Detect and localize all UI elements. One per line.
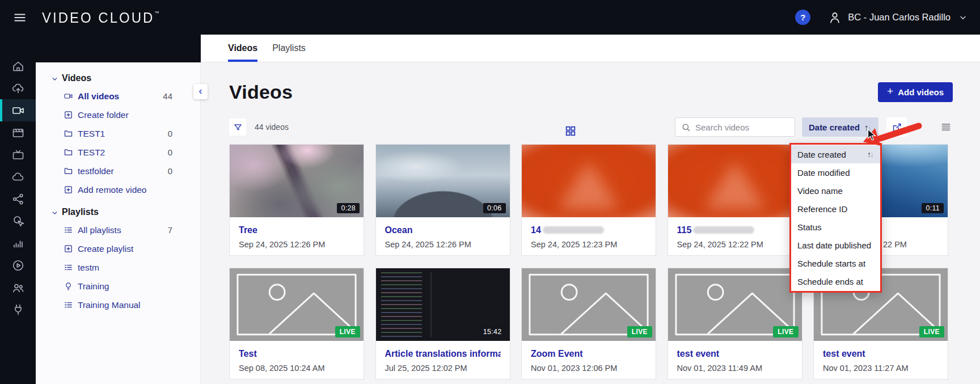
video-title-text: 115 — [677, 225, 692, 235]
sort-button[interactable]: Date created ↑↓ — [802, 117, 878, 137]
export-button[interactable] — [886, 117, 907, 137]
grid-view-button[interactable] — [917, 124, 931, 138]
item-count: 0 — [168, 129, 172, 138]
video-card[interactable]: LIVEtest eventNov 01, 2023 11:49 AM — [668, 268, 802, 379]
list-view-button[interactable] — [939, 120, 953, 134]
sort-option-reference-id[interactable]: Reference ID — [791, 200, 880, 218]
video-title[interactable]: 14 — [531, 225, 647, 235]
folder-icon — [64, 129, 73, 138]
rail-item-interactivity[interactable] — [0, 210, 36, 232]
sort-option-status[interactable]: Status — [791, 218, 880, 236]
video-title[interactable]: Tree — [239, 225, 354, 235]
video-title[interactable]: Ocean — [385, 225, 501, 235]
sidebar-item-training[interactable]: Training — [36, 277, 200, 296]
video-camera-icon — [64, 91, 73, 101]
rail-item-clapperboard[interactable] — [0, 121, 36, 144]
video-card[interactable]: 14Sep 24, 2025 12:23 PM — [521, 144, 656, 256]
search-input[interactable] — [695, 123, 789, 132]
rail-item-cloud-upload[interactable] — [0, 77, 36, 99]
rail-item-cloud[interactable] — [0, 166, 36, 188]
folder-icon — [64, 166, 73, 176]
hamburger-menu-icon[interactable] — [12, 10, 27, 25]
rail-item-home[interactable] — [0, 55, 36, 77]
video-title[interactable]: Test — [239, 348, 354, 359]
rail-item-play-circle[interactable] — [0, 254, 36, 276]
video-title[interactable]: Zoom Event — [531, 348, 647, 359]
rail-item-analytics-bars[interactable] — [0, 232, 36, 254]
sort-option-schedule-starts-at[interactable]: Schedule starts at — [791, 254, 880, 272]
video-card[interactable]: LIVEZoom EventNov 01, 2023 12:06 PM — [521, 268, 656, 379]
playlist-icon — [64, 263, 73, 272]
video-card[interactable]: 15:42Article translations informal trJul… — [375, 268, 510, 379]
sidebar-item-training-manual[interactable]: Training Manual — [36, 296, 200, 314]
video-thumbnail[interactable]: 0:06 — [376, 145, 510, 217]
video-title[interactable]: Article translations informal tr — [385, 348, 501, 359]
rail-item-share-nodes[interactable] — [0, 188, 36, 210]
video-title[interactable]: test event — [823, 348, 939, 359]
video-thumbnail[interactable]: 0:28 — [230, 145, 364, 217]
video-date: Sep 24, 2025 12:22 PM — [677, 240, 793, 249]
user-menu-chevron-icon[interactable] — [958, 13, 968, 22]
video-title[interactable]: 115 — [677, 225, 793, 235]
video-thumbnail[interactable] — [668, 145, 802, 217]
video-card[interactable]: 0:28TreeSep 24, 2025 12:26 PM — [229, 144, 364, 256]
rail-item-video-camera[interactable] — [0, 99, 36, 121]
rail-item-plug[interactable] — [0, 298, 36, 320]
cloud-icon — [11, 170, 25, 184]
rail-item-tv[interactable] — [0, 144, 36, 166]
duration-badge: 15:42 — [479, 327, 506, 337]
sidebar-item-create-folder[interactable]: Create folder — [36, 106, 200, 124]
sort-option-date-modified[interactable]: Date modified — [791, 163, 880, 182]
sort-option-last-date-published[interactable]: Last date published — [791, 236, 880, 254]
video-date: Nov 01, 2023 11:27 AM — [823, 364, 939, 373]
video-card[interactable]: 0:06OceanSep 24, 2025 12:26 PM — [375, 144, 510, 256]
video-thumbnail[interactable]: LIVE — [230, 268, 364, 341]
sort-option-schedule-ends-at[interactable]: Schedule ends at — [791, 272, 880, 290]
tab-bar: VideosPlaylists — [201, 35, 980, 62]
video-thumbnail[interactable]: LIVE — [668, 268, 802, 341]
tab-videos[interactable]: Videos — [228, 35, 257, 62]
sidebar-item-test2[interactable]: TEST20 — [36, 143, 200, 162]
sidebar-item-test1[interactable]: TEST10 — [36, 124, 200, 143]
sidebar-item-testm[interactable]: testm — [36, 258, 200, 277]
video-thumbnail[interactable] — [522, 145, 656, 217]
video-title-text: Zoom Event — [531, 349, 583, 359]
collapse-sidebar-button[interactable] — [193, 84, 208, 99]
top-header: VIDEO CLOUD ™ ? BC - Juan Carlos Radillo — [0, 0, 980, 35]
sort-option-date-created[interactable]: Date created↑↓ — [791, 145, 880, 163]
plus-square-icon — [64, 110, 73, 120]
tv-icon — [11, 148, 25, 162]
add-videos-button[interactable]: + Add videos — [878, 82, 953, 102]
card-body: TreeSep 24, 2025 12:26 PM — [230, 217, 364, 249]
video-title[interactable]: test event — [677, 348, 793, 359]
search-box — [675, 117, 795, 137]
user-avatar-icon[interactable] — [827, 10, 842, 25]
video-date: Jul 25, 2025 12:02 PM — [385, 364, 501, 373]
sort-option-video-name[interactable]: Video name — [791, 182, 880, 200]
video-count: 44 videos — [255, 123, 289, 132]
sidebar-item-create-playlist[interactable]: Create playlist — [36, 239, 200, 258]
nav-section-videos[interactable]: Videos — [36, 70, 200, 87]
nav-section-playlists[interactable]: Playlists — [36, 204, 200, 221]
video-card[interactable]: 115Sep 24, 2025 12:22 PM — [668, 144, 802, 256]
help-button[interactable]: ? — [795, 10, 810, 25]
header-right: ? BC - Juan Carlos Radillo — [795, 10, 968, 25]
page-title: Videos — [229, 81, 293, 103]
sidebar-item-testfolder[interactable]: testfolder0 — [36, 162, 200, 180]
video-thumbnail[interactable]: LIVE — [522, 268, 656, 341]
live-badge: LIVE — [773, 326, 798, 337]
sidebar-item-all-videos[interactable]: All videos44 — [36, 87, 200, 106]
user-name[interactable]: BC - Juan Carlos Radillo — [848, 12, 951, 23]
video-thumbnail[interactable]: 15:42 — [376, 268, 510, 341]
smart-playlist-icon — [64, 281, 73, 291]
sidebar-item-add-remote-video[interactable]: Add remote video — [36, 180, 200, 199]
filter-button[interactable] — [229, 119, 246, 136]
tab-playlists[interactable]: Playlists — [272, 35, 306, 62]
rail-item-users[interactable] — [0, 276, 36, 298]
sort-option-label: Schedule starts at — [797, 259, 865, 268]
sidebar-item-all-playlists[interactable]: All playlists7 — [36, 221, 200, 239]
live-badge: LIVE — [919, 326, 944, 337]
left-rail — [0, 35, 36, 384]
video-card[interactable]: LIVETestSep 08, 2025 10:24 AM — [229, 268, 364, 379]
sort-direction-icon: ↑↓ — [867, 150, 874, 159]
